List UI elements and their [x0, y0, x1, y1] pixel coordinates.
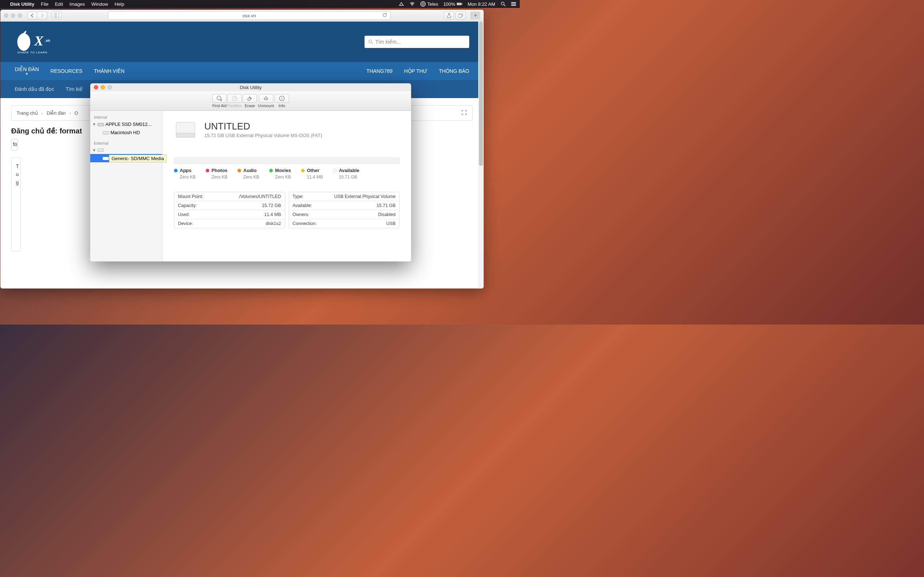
close-button[interactable]	[94, 85, 98, 89]
svg-rect-6	[54, 13, 59, 18]
svg-line-5	[504, 5, 505, 6]
menubar-app-name[interactable]: Disk Utility	[10, 2, 34, 7]
breadcrumb-item[interactable]: O	[74, 110, 78, 116]
tabs-button[interactable]	[456, 11, 465, 19]
du-main-pane: UNTITLED 15.72 GB USB External Physical …	[162, 111, 411, 261]
svg-rect-21	[176, 133, 195, 137]
notification-center-icon[interactable]	[511, 2, 516, 6]
svg-point-10	[369, 40, 372, 43]
menubar-item-images[interactable]: Images	[69, 2, 85, 7]
menubar-item-file[interactable]: File	[41, 2, 48, 7]
menubar-item-edit[interactable]: Edit	[55, 2, 63, 7]
new-tab-button[interactable]: +	[471, 11, 480, 19]
disk-utility-titlebar[interactable]: Disk Utility	[90, 83, 411, 91]
menubar-item-help[interactable]: Help	[115, 2, 124, 7]
menubar-item-window[interactable]: Window	[91, 2, 108, 7]
legend-item: AudioZero KB	[237, 168, 259, 180]
spotlight-icon[interactable]	[500, 1, 506, 7]
disclosure-triangle-icon[interactable]: ▼	[92, 148, 96, 152]
disk-utility-window: Disk Utility First Aid Partition Erase U…	[90, 83, 411, 261]
info-button[interactable]: Info	[275, 94, 289, 108]
du-sidebar: Internal ▼ APPLE SSD SM012... Macintosh …	[90, 111, 162, 261]
reload-icon[interactable]	[382, 13, 387, 19]
share-button[interactable]	[444, 11, 454, 19]
volume-large-icon	[174, 118, 197, 141]
forward-button[interactable]	[37, 11, 47, 19]
battery-indicator[interactable]: 100%	[443, 1, 462, 7]
site-logo[interactable]: X.vn SHARE TO LEARN	[15, 30, 50, 54]
sidebar-disk-internal[interactable]: ▼ APPLE SSD SM012...	[90, 120, 162, 128]
legend-item: AppsZero KB	[174, 168, 195, 180]
sidebar-section-external: External	[90, 140, 162, 146]
info-row: Owners:Disabled	[289, 210, 399, 219]
nav-item[interactable]: Đánh dấu đã đọc	[15, 86, 54, 92]
info-row: Used:11.4 MB	[174, 210, 285, 219]
thread-title-input[interactable]: fo	[11, 139, 18, 150]
info-row: Available:15.71 GB	[289, 201, 399, 210]
info-row: Mount Point:/Volumes/UNTITLED	[174, 192, 285, 201]
usage-legend: AppsZero KBPhotosZero KBAudioZero KBMovi…	[174, 168, 399, 180]
legend-item: Available15.71 GB	[333, 168, 360, 180]
info-table-left: Mount Point:/Volumes/UNTITLEDCapacity:15…	[174, 192, 285, 228]
svg-rect-18	[98, 148, 103, 152]
sidebar-disk-external[interactable]: ▼	[90, 146, 162, 154]
address-bar[interactable]: osx.vn	[108, 11, 391, 20]
disclosure-triangle-icon[interactable]: ▼	[92, 122, 96, 126]
first-aid-button[interactable]: First Aid	[212, 94, 227, 108]
info-row: Capacity:15.72 GB	[174, 201, 285, 210]
site-nav-primary: DIỄN ĐÀN▼ RESOURCES THÀNH VIÊN THANG789 …	[0, 62, 484, 80]
svg-point-4	[501, 2, 504, 5]
internal-disk-icon	[97, 122, 104, 127]
nav-item[interactable]: Tìm kiế	[66, 86, 82, 92]
legend-item: PhotosZero KB	[206, 168, 228, 180]
svg-rect-16	[98, 123, 103, 126]
info-table-right: Type:USB External Physical VolumeAvailab…	[289, 192, 400, 228]
svg-rect-2	[462, 3, 462, 5]
erase-button[interactable]: Erase	[242, 94, 257, 108]
legend-item: MoviesZero KB	[269, 168, 291, 180]
input-method-indicator[interactable]: Telex	[420, 1, 438, 7]
airdrop-status-icon[interactable]	[399, 1, 404, 7]
scrollbar[interactable]	[478, 22, 484, 288]
info-row: Device:disk1s2	[174, 219, 285, 228]
back-button[interactable]	[27, 11, 37, 19]
volume-icon	[102, 156, 109, 161]
du-toolbar: First Aid Partition Erase Unmount Info	[90, 91, 411, 111]
sidebar-volume-macintosh-hd[interactable]: Macintosh HD	[90, 128, 162, 137]
site-search-input[interactable]: Tìm kiếm...	[365, 36, 469, 48]
scroll-thumb[interactable]	[479, 22, 483, 166]
menubar: Disk Utility File Edit Images Window Hel…	[0, 0, 520, 8]
sidebar-tooltip: Generic- SD/MMC Media	[109, 155, 166, 162]
zoom-button[interactable]	[108, 85, 112, 89]
minimize-button[interactable]	[101, 85, 105, 89]
unmount-button[interactable]: Unmount	[258, 94, 274, 108]
wifi-status-icon[interactable]	[409, 1, 415, 7]
du-traffic-lights[interactable]	[94, 85, 112, 89]
breadcrumb-item[interactable]: Diễn đàn	[47, 110, 66, 116]
nav-user[interactable]: THANG789	[366, 68, 393, 74]
nav-item[interactable]: DIỄN ĐÀN▼	[15, 66, 39, 76]
partition-button: Partition	[228, 94, 242, 108]
menubar-clock[interactable]: Mon 8:22 AM	[467, 2, 495, 7]
volume-name: UNTITLED	[204, 121, 322, 132]
nav-alerts[interactable]: THÔNG BÁO	[439, 68, 469, 74]
sidebar-section-internal: Internal	[90, 114, 162, 120]
safari-traffic-lights[interactable]	[4, 13, 22, 18]
chevron-right-icon: ›	[69, 110, 71, 116]
info-row: Connection:USB	[289, 219, 399, 228]
address-bar-url: osx.vn	[242, 13, 256, 18]
info-row: Type:USB External Physical Volume	[289, 192, 399, 201]
svg-rect-17	[103, 131, 109, 134]
svg-point-14	[281, 97, 282, 98]
legend-item: Other11.4 MB	[301, 168, 323, 180]
editor-box[interactable]: Tug	[11, 158, 21, 251]
expand-icon[interactable]	[461, 109, 467, 117]
external-disk-icon	[97, 148, 104, 153]
nav-inbox[interactable]: HỘP THƯ	[404, 68, 427, 74]
breadcrumb-item[interactable]: Trang chủ	[16, 110, 38, 116]
chevron-right-icon: ›	[42, 110, 43, 116]
safari-sidebar-button[interactable]	[52, 11, 62, 19]
nav-item[interactable]: RESOURCES	[50, 68, 82, 74]
svg-rect-9	[458, 15, 462, 17]
nav-item[interactable]: THÀNH VIÊN	[94, 68, 124, 74]
